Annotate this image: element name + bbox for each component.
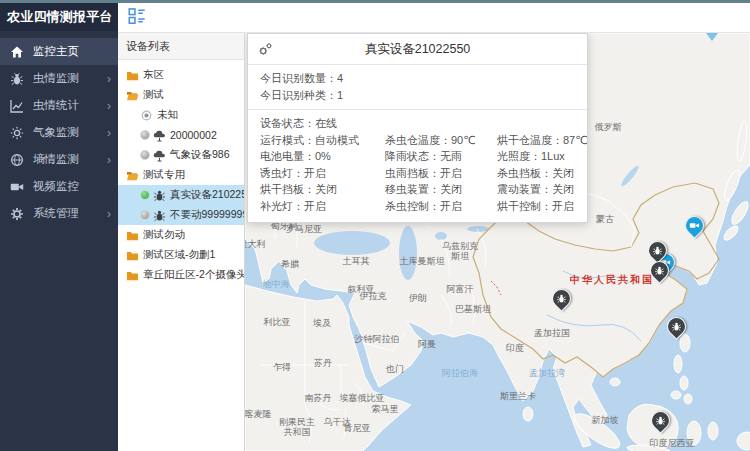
tree-item-label: 气象设备986 (170, 148, 230, 162)
bug-icon (652, 412, 669, 429)
folder-icon (126, 89, 139, 102)
tree-item[interactable]: 不要动99999999 (118, 205, 244, 225)
tree-item[interactable]: 未知 (118, 105, 244, 125)
folder-icon (126, 229, 139, 242)
chevron-right-icon: › (107, 208, 111, 220)
popup-field: 电池电量：0% (260, 148, 385, 165)
status-dot-offline (140, 150, 150, 160)
app-title: 农业四情测报平台 (0, 0, 118, 31)
tree-item[interactable]: 东区 (118, 65, 244, 85)
device-tree: 东区测试未知20000002气象设备986测试专用真实设备21022550不要动… (118, 60, 244, 451)
tree-item-label: 东区 (143, 68, 164, 82)
tree-item-label: 测试区域-勿删1 (143, 248, 215, 262)
location-icon (140, 109, 153, 122)
device-settings-gears-icon[interactable] (258, 42, 273, 57)
map-edge-decoration (706, 33, 718, 41)
chart-icon (10, 99, 24, 113)
tree-item[interactable]: 真实设备21022550 (118, 185, 244, 205)
tree-item-label: 不要动99999999 (170, 208, 244, 222)
weather-icon (10, 126, 24, 140)
popup-field: 虫雨挡板：开启 (385, 165, 497, 182)
popup-field: 杀虫控制：开启 (385, 198, 497, 215)
popup-field: 烘干控制：开启 (497, 198, 588, 215)
status-dot-online (140, 190, 150, 200)
popup-detail-grid: 设备状态：在线运行模式：自动模式杀虫仓温度：90℃烘干仓温度：87℃电池电量：0… (248, 110, 587, 222)
video-icon (10, 180, 24, 194)
bug-icon (668, 318, 685, 335)
device-info-popup: 真实设备21022550 今日识别数量：4今日识别种类：1 设备状态：在线运行模… (247, 33, 588, 223)
topbar (118, 0, 750, 33)
tree-item[interactable]: 测试专用 (118, 165, 244, 185)
tree-item[interactable]: 测试区域-勿删1 (118, 245, 244, 265)
popup-field: 烘干挡板：关闭 (260, 181, 385, 198)
tree-item-label: 测试专用 (143, 168, 185, 182)
sidebar-item-label: 虫情统计 (33, 98, 79, 113)
popup-field: 烘干仓温度：87℃ (497, 132, 588, 149)
bug-icon (553, 290, 570, 307)
chevron-right-icon: › (107, 154, 111, 166)
tree-item-label: 测试勿动 (143, 228, 185, 242)
popup-header: 真实设备21022550 (248, 34, 587, 65)
tree-item-label: 章丘阳丘区-2个摄像头 (143, 268, 244, 282)
sidebar-item-video[interactable]: 视频监控› (0, 173, 118, 200)
tree-item[interactable]: 测试勿动 (118, 225, 244, 245)
sidebar-item-label: 墒情监测 (33, 152, 79, 167)
gear-icon (10, 207, 24, 221)
tree-item[interactable]: 20000002 (118, 125, 244, 145)
tree-item-label: 测试 (143, 88, 164, 102)
sidebar-item-chart[interactable]: 虫情统计› (0, 92, 118, 119)
sidebar-item-label: 监控主页 (33, 44, 79, 59)
popup-summary-line: 今日识别种类：1 (260, 87, 575, 104)
popup-field: 光照度：1Lux (497, 148, 588, 165)
camera-icon (686, 217, 703, 234)
app-root: 农业四情测报平台 监控主页›虫情监测›虫情统计›气象监测›墒情监测›视频监控›系… (0, 0, 750, 451)
sidebar-item-bug[interactable]: 虫情监测› (0, 65, 118, 92)
sidebar-item-home[interactable]: 监控主页› (0, 38, 118, 65)
device-list-title: 设备列表 (118, 33, 244, 60)
popup-field (497, 115, 588, 132)
tree-item[interactable]: 测试 (118, 85, 244, 105)
popup-field: 震动装置：关闭 (497, 181, 588, 198)
sidebar-item-label: 气象监测 (33, 125, 79, 140)
popup-field: 杀虫挡板：关闭 (497, 165, 588, 182)
tree-item[interactable]: 气象设备986 (118, 145, 244, 165)
bug-icon (649, 242, 666, 259)
device-tree-toggle-icon[interactable] (128, 7, 146, 25)
bug-device-icon (153, 189, 166, 202)
globe-icon (10, 153, 24, 167)
popup-field: 移虫装置：关闭 (385, 181, 497, 198)
tree-item-label: 真实设备21022550 (170, 188, 244, 202)
popup-field: 运行模式：自动模式 (260, 132, 385, 149)
folder-icon (126, 69, 139, 82)
weather-station-icon (153, 129, 166, 142)
bug-icon (10, 72, 24, 86)
chevron-right-icon: › (107, 127, 111, 139)
weather-station-icon (153, 149, 166, 162)
sidebar-item-globe[interactable]: 墒情监测› (0, 146, 118, 173)
window-top-strip (0, 0, 750, 3)
main-area: 设备列表 东区测试未知20000002气象设备986测试专用真实设备210225… (118, 0, 750, 451)
sidebar-item-label: 视频监控 (33, 179, 79, 194)
chevron-right-icon: › (107, 100, 111, 112)
device-list-panel: 设备列表 东区测试未知20000002气象设备986测试专用真实设备210225… (118, 33, 245, 451)
popup-field: 补光灯：开启 (260, 198, 385, 215)
sidebar-item-weather[interactable]: 气象监测› (0, 119, 118, 146)
popup-field: 杀虫仓温度：90℃ (385, 132, 497, 149)
popup-field (385, 115, 497, 132)
sidebar-item-gear[interactable]: 系统管理› (0, 200, 118, 227)
sidebar-item-label: 系统管理 (33, 206, 79, 221)
popup-summary: 今日识别数量：4今日识别种类：1 (248, 65, 587, 110)
popup-field: 诱虫灯：开启 (260, 165, 385, 182)
tree-item-label: 20000002 (170, 129, 217, 141)
popup-field: 设备状态：在线 (260, 115, 385, 132)
sidebar-item-label: 虫情监测 (33, 71, 79, 86)
folder-icon (126, 249, 139, 262)
bug-device-icon (153, 209, 166, 222)
sidebar: 农业四情测报平台 监控主页›虫情监测›虫情统计›气象监测›墒情监测›视频监控›系… (0, 0, 118, 451)
map-viewport[interactable]: 俄罗斯蒙古中华人民共和国捷克乌克兰匈牙利罗马尼亚意大利希腊土耳其地中海叙利亚伊拉… (245, 33, 750, 451)
folder-icon (126, 269, 139, 282)
content: 设备列表 东区测试未知20000002气象设备986测试专用真实设备210225… (118, 33, 750, 451)
status-dot-offline (140, 130, 150, 140)
folder-icon (126, 169, 139, 182)
tree-item[interactable]: 章丘阳丘区-2个摄像头 (118, 265, 244, 285)
